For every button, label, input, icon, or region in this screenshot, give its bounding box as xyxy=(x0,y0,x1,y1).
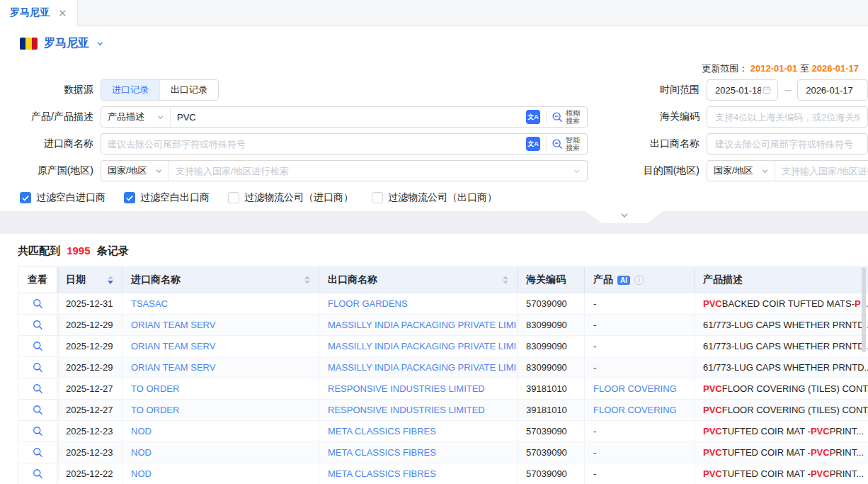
column-header-description: 产品描述 xyxy=(695,267,868,293)
smart-search-button[interactable]: 智能搜索 xyxy=(547,136,587,152)
description-cell: 61/773-LUG CAPS WHETHER PRNTD... xyxy=(695,357,868,378)
column-header-exporter[interactable]: 出口商名称 xyxy=(319,267,518,293)
view-record-button[interactable] xyxy=(18,336,57,357)
origin-select-value: 国家/地区 xyxy=(108,164,147,177)
info-icon[interactable]: i xyxy=(634,275,644,285)
importer-link[interactable]: NOD xyxy=(131,468,152,479)
highlighted-term: PVC xyxy=(703,298,722,309)
product-link[interactable]: FLOOR COVERING xyxy=(593,383,677,394)
importer-link[interactable]: ORIAN TEAM SERV xyxy=(131,320,215,330)
table-row: 2025-12-29ORIAN TEAM SERVMASSILLY INDIA … xyxy=(18,336,868,357)
view-record-button[interactable] xyxy=(18,378,57,400)
product-cell: - xyxy=(585,357,695,378)
view-record-button[interactable] xyxy=(18,357,57,378)
exporter-link[interactable]: RESPONSIVE INDUSTRIES LIMITED xyxy=(328,405,485,415)
product-cell: FLOOR COVERING xyxy=(585,400,695,421)
vertical-scrollbar[interactable] xyxy=(862,267,866,352)
select-chevron-down-icon xyxy=(762,168,768,174)
origin-country-input[interactable] xyxy=(169,166,569,176)
data-source-import-option[interactable]: 进口记录 xyxy=(101,80,159,100)
translate-icon[interactable]: 文A xyxy=(526,110,540,124)
importer-link[interactable]: TSASAC xyxy=(131,298,168,309)
origin-country-group: 国家/地区 xyxy=(101,160,588,181)
country-chevron-down-icon[interactable] xyxy=(97,40,103,47)
dest-country-input[interactable] xyxy=(775,166,868,176)
checkbox-icon[interactable] xyxy=(372,192,383,203)
filter-row-3: 进口商名称 文A 智能搜索 出口商名称 xyxy=(0,133,868,154)
exporter-link[interactable]: FLOOR GARDENS xyxy=(328,298,408,309)
sort-control-exporter[interactable] xyxy=(497,276,508,284)
date-to-value[interactable] xyxy=(804,84,861,96)
view-record-button[interactable] xyxy=(18,442,57,463)
exporter-link[interactable]: MASSILLY INDIA PACKAGING PRIVATE LIMI... xyxy=(328,320,518,330)
origin-country-select[interactable]: 国家/地区 xyxy=(101,161,169,181)
importer-link[interactable]: TO ORDER xyxy=(131,383,179,394)
view-record-button[interactable] xyxy=(18,463,57,484)
hs-code-label: 海关编码 xyxy=(588,111,707,123)
date-from-value[interactable] xyxy=(714,84,763,96)
date-from-input[interactable] xyxy=(707,79,778,101)
filter-row-1: 数据源 进口记录 出口记录 时间范围 – xyxy=(0,79,868,101)
fuzzy-search-button[interactable]: 模糊搜索 xyxy=(547,109,587,125)
sort-control-date[interactable] xyxy=(102,276,113,284)
filter-checkbox[interactable]: 过滤物流公司（进口商） xyxy=(228,191,353,204)
collapse-panel-button[interactable] xyxy=(586,211,663,223)
exporter-link[interactable]: META CLASSICS FIBRES xyxy=(328,447,436,458)
data-source-export-option[interactable]: 出口记录 xyxy=(159,80,218,100)
view-record-button[interactable] xyxy=(18,400,57,421)
product-link[interactable]: FLOOR COVERING xyxy=(593,405,677,415)
dest-select-value: 国家/地区 xyxy=(714,164,753,177)
select-chevron-down-icon xyxy=(157,114,164,120)
description-cell: PVC BACKED COIR TUFTED MATS-P... xyxy=(695,293,868,315)
product-type-select[interactable]: 产品描述 xyxy=(101,107,171,127)
exporter-link[interactable]: RESPONSIVE INDUSTRIES LIMITED xyxy=(328,383,485,394)
hs-code-cell: 57039090 xyxy=(518,463,585,484)
exporter-cell: RESPONSIVE INDUSTRIES LIMITED xyxy=(319,378,518,400)
hs-code-input[interactable] xyxy=(707,106,868,128)
results-summary: 共匹配到 1995 条记录 xyxy=(0,234,868,266)
importer-input[interactable] xyxy=(101,139,523,150)
view-record-button[interactable] xyxy=(18,315,57,336)
exporter-input[interactable] xyxy=(707,133,868,154)
importer-label: 进口商名称 xyxy=(0,137,101,150)
exporter-link[interactable]: META CLASSICS FIBRES xyxy=(328,468,436,479)
date-cell: 2025-12-23 xyxy=(57,442,122,463)
checkbox-icon[interactable] xyxy=(228,192,239,203)
filter-checkbox[interactable]: 过滤空白出口商 xyxy=(124,191,210,204)
description-cell: PVC TUFTED COIR MAT - PVC PRINT... xyxy=(695,421,868,442)
view-record-button[interactable] xyxy=(18,293,57,315)
checkbox-icon[interactable] xyxy=(124,192,135,203)
hs-code-field[interactable] xyxy=(714,111,861,123)
product-cell: - xyxy=(585,463,695,484)
filter-row-2: 产品/产品描述 产品描述 文A 模糊搜 xyxy=(0,106,868,128)
importer-link[interactable]: NOD xyxy=(131,447,152,458)
view-record-button[interactable] xyxy=(18,421,57,442)
exporter-link[interactable]: MASSILLY INDIA PACKAGING PRIVATE LIMI... xyxy=(328,362,518,373)
date-to-input[interactable] xyxy=(797,79,868,101)
importer-link[interactable]: TO ORDER xyxy=(131,405,179,415)
sort-control-importer[interactable] xyxy=(299,276,310,284)
product-input[interactable] xyxy=(171,112,523,123)
translate-icon[interactable]: 文A xyxy=(526,137,540,151)
exporter-field[interactable] xyxy=(714,138,861,150)
filter-panel: 更新范围： 2012-01-01 至 2026-01-17 数据源 进口记录 出… xyxy=(0,60,868,211)
importer-link[interactable]: ORIAN TEAM SERV xyxy=(131,362,215,373)
time-range-label: 时间范围 xyxy=(588,84,707,96)
tab-close-icon[interactable]: ✕ xyxy=(58,8,67,18)
importer-link[interactable]: NOD xyxy=(131,426,152,437)
importer-link[interactable]: ORIAN TEAM SERV xyxy=(131,341,215,351)
column-header-importer[interactable]: 进口商名称 xyxy=(122,267,319,293)
calendar-icon[interactable] xyxy=(763,85,771,95)
exporter-link[interactable]: MASSILLY INDIA PACKAGING PRIVATE LIMI... xyxy=(328,341,518,351)
checkbox-label: 过滤物流公司（进口商） xyxy=(244,191,353,204)
checkbox-icon[interactable] xyxy=(20,192,31,203)
hs-code-cell: 83099090 xyxy=(518,315,585,336)
column-header-date[interactable]: 日期 xyxy=(57,267,122,293)
tab-romania[interactable]: 罗马尼亚 ✕ xyxy=(0,0,78,26)
results-table: 查看 日期 进口商名称 出口商名称 海关编码 xyxy=(18,266,868,484)
dest-country-select[interactable]: 国家/地区 xyxy=(707,161,775,181)
filter-checkbox[interactable]: 过滤空白进口商 xyxy=(20,191,105,204)
table-row: 2025-12-23NODMETA CLASSICS FIBRES5703909… xyxy=(18,421,868,442)
filter-checkbox[interactable]: 过滤物流公司（出口商） xyxy=(372,191,497,204)
exporter-link[interactable]: META CLASSICS FIBRES xyxy=(328,426,436,437)
